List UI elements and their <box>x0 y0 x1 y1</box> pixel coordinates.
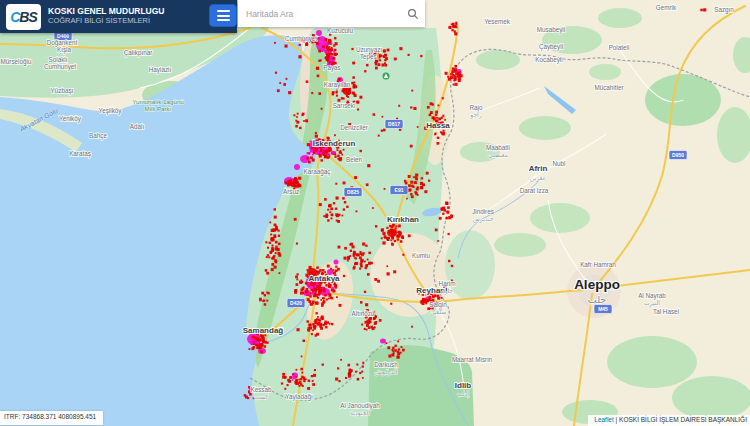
feature-dot[interactable] <box>413 176 415 178</box>
feature-dot[interactable] <box>332 269 334 271</box>
feature-dot[interactable] <box>384 235 387 238</box>
feature-dot[interactable] <box>342 215 344 217</box>
feature-dot[interactable] <box>359 268 361 270</box>
feature-dot[interactable] <box>271 247 273 249</box>
feature-dot[interactable] <box>410 106 412 108</box>
feature-dot[interactable] <box>287 184 290 187</box>
feature-dot[interactable] <box>433 117 436 120</box>
feature-dot[interactable] <box>329 211 331 213</box>
feature-dot[interactable] <box>321 159 323 161</box>
feature-dot[interactable] <box>348 89 351 92</box>
feature-dot[interactable] <box>275 241 278 244</box>
feature-dot[interactable] <box>417 126 419 128</box>
feature-dot[interactable] <box>328 205 331 208</box>
feature-dot[interactable] <box>448 216 451 219</box>
feature-dot[interactable] <box>379 319 382 322</box>
feature-dot[interactable] <box>266 272 269 275</box>
feature-dot[interactable] <box>353 251 355 253</box>
feature-dot[interactable] <box>316 266 319 269</box>
feature-dot[interactable] <box>438 105 440 107</box>
feature-dot[interactable] <box>254 340 256 342</box>
feature-dot[interactable] <box>329 40 332 43</box>
feature-dot[interactable] <box>349 255 351 257</box>
feature-dot[interactable] <box>296 369 298 371</box>
feature-dot[interactable] <box>315 302 318 305</box>
feature-dot[interactable] <box>335 378 338 381</box>
feature-dot[interactable] <box>386 265 388 267</box>
feature-dot[interactable] <box>335 156 337 158</box>
leaflet-link[interactable]: Leaflet <box>594 416 614 423</box>
feature-dot[interactable] <box>314 321 317 324</box>
feature-dot[interactable] <box>451 29 453 31</box>
feature-dot[interactable] <box>361 266 363 268</box>
feature-dot[interactable] <box>295 276 298 279</box>
feature-dot[interactable] <box>352 76 355 79</box>
feature-dot[interactable] <box>269 242 271 244</box>
feature-dot[interactable] <box>383 129 386 132</box>
feature-dot[interactable] <box>306 42 309 45</box>
feature-dot[interactable] <box>355 262 358 265</box>
feature-dot[interactable] <box>293 377 296 380</box>
feature-dot[interactable] <box>408 184 411 187</box>
feature-dot[interactable] <box>318 50 321 53</box>
feature-dot[interactable] <box>458 79 461 82</box>
feature-dot[interactable] <box>329 46 331 48</box>
feature-dot[interactable] <box>392 237 394 239</box>
feature-dot[interactable] <box>264 345 266 347</box>
feature-dot[interactable] <box>303 120 305 122</box>
feature-dot[interactable] <box>454 78 457 81</box>
feature-dot[interactable] <box>333 51 335 53</box>
feature-dot[interactable] <box>331 43 333 45</box>
feature-dot[interactable] <box>306 157 308 159</box>
feature-dot[interactable] <box>442 115 444 117</box>
feature-dot[interactable] <box>296 121 299 124</box>
feature-dot[interactable] <box>330 268 332 270</box>
feature-dot[interactable] <box>314 270 317 273</box>
feature-dot[interactable] <box>324 155 327 158</box>
feature-dot[interactable] <box>351 48 353 50</box>
feature-dot[interactable] <box>266 300 268 302</box>
feature-dot[interactable] <box>323 297 325 299</box>
feature-dot[interactable] <box>356 101 359 104</box>
feature-dot[interactable] <box>365 303 368 306</box>
feature-dot[interactable] <box>362 377 364 379</box>
feature-dot[interactable] <box>315 132 317 134</box>
feature-dot[interactable] <box>339 304 342 307</box>
feature-dot[interactable] <box>318 60 320 62</box>
feature-dot[interactable] <box>303 340 306 343</box>
feature-dot[interactable] <box>322 148 324 150</box>
feature-dot[interactable] <box>319 284 321 286</box>
feature-dot[interactable] <box>259 299 262 302</box>
feature-dot[interactable] <box>333 44 335 46</box>
feature-dot[interactable] <box>384 62 386 64</box>
feature-dot[interactable] <box>460 74 463 77</box>
feature-dot[interactable] <box>325 51 328 54</box>
feature-dot[interactable] <box>319 320 321 322</box>
feature-dot[interactable] <box>414 181 417 184</box>
feature-dot[interactable] <box>337 158 339 160</box>
feature-dot[interactable] <box>443 130 445 132</box>
feature-dot[interactable] <box>338 380 340 382</box>
feature-dot[interactable] <box>320 290 322 292</box>
feature-dot[interactable] <box>298 379 300 381</box>
feature-dot[interactable] <box>325 151 328 154</box>
feature-dot[interactable] <box>366 183 369 186</box>
feature-dot[interactable] <box>287 379 290 382</box>
feature-dot[interactable] <box>381 228 384 231</box>
feature-dot[interactable] <box>454 32 457 35</box>
feature-dot[interactable] <box>373 113 376 116</box>
feature-dot[interactable] <box>446 202 449 205</box>
feature-dot[interactable] <box>360 251 362 253</box>
feature-dot[interactable] <box>336 197 339 200</box>
feature-dot[interactable] <box>441 117 443 119</box>
feature-dot[interactable] <box>401 346 403 348</box>
feature-dot[interactable] <box>325 214 328 217</box>
feature-dot[interactable] <box>336 53 338 55</box>
feature-dot[interactable] <box>330 207 333 210</box>
feature-dot[interactable] <box>367 320 370 323</box>
feature-dot[interactable] <box>354 176 357 179</box>
feature-dot[interactable] <box>327 219 329 221</box>
feature-dot[interactable] <box>293 114 295 116</box>
feature-dot[interactable] <box>328 55 331 58</box>
feature-dot[interactable] <box>321 303 324 306</box>
